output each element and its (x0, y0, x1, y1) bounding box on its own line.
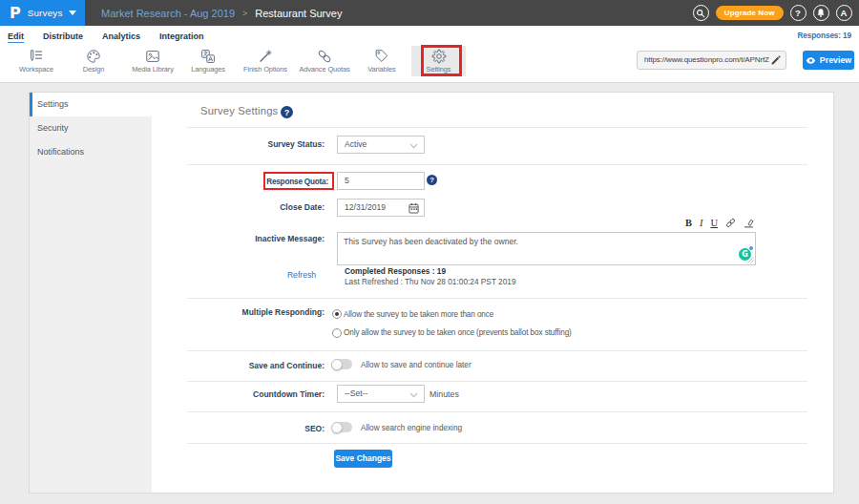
search-icon (696, 9, 705, 18)
toolbar-item-languages[interactable]: Languages (180, 46, 236, 74)
translate-icon (200, 49, 216, 64)
toolbar-label: Finish Options (238, 65, 293, 74)
logo-area[interactable]: P Surveys (0, 0, 85, 26)
countdown-timer-select[interactable]: --Set-- (337, 385, 425, 403)
separator (187, 127, 807, 128)
topbar-actions: Upgrade Now ? A (693, 0, 852, 26)
response-quota-value: 5 (338, 173, 424, 189)
toolbar-label: Languages (180, 65, 236, 74)
tab-integration[interactable]: Integration (159, 32, 204, 41)
account-button[interactable]: A (836, 5, 852, 21)
remove-format-icon[interactable] (744, 218, 754, 228)
seo-toggle[interactable] (332, 422, 352, 432)
toolbar-label: Workspace (9, 65, 64, 74)
bold-button[interactable]: B (685, 217, 692, 229)
inactive-message-text: This Survey has been deactivated by the … (338, 233, 755, 250)
quota-help-icon[interactable]: ? (427, 175, 437, 185)
separator (187, 381, 807, 382)
survey-url-box[interactable]: https://www.questionpro.com/t/APNrfZ (637, 51, 786, 70)
separator (187, 350, 807, 351)
radio-multiple-no-label[interactable]: Only allow the survey to be taken once (… (344, 328, 572, 338)
save-changes-button[interactable]: Save Changes (334, 450, 392, 468)
bell-icon (816, 8, 826, 18)
eye-icon (806, 56, 816, 65)
sidebar-item-settings[interactable]: Settings (30, 93, 152, 116)
inactive-message-textarea[interactable]: This Survey has been deactivated by the … (337, 232, 756, 265)
preview-button[interactable]: Preview (803, 51, 854, 70)
toolbar-item-finish-options[interactable]: Finish Options (238, 46, 293, 74)
toolbar-item-settings[interactable]: Settings (411, 46, 466, 76)
separator (187, 411, 807, 412)
toolbar-item-workspace[interactable]: Workspace (9, 46, 64, 74)
toolbar-item-design[interactable]: Design (66, 46, 121, 74)
multiple-responding-label: Multiple Responding: (242, 307, 325, 317)
page-background: Settings Security Notifications Survey S… (0, 83, 859, 504)
product-name: Surveys (28, 8, 63, 18)
chevron-down-icon (409, 143, 418, 149)
save-continue-toggle[interactable] (332, 359, 352, 369)
survey-url: https://www.questionpro.com/t/APNrfZ (638, 52, 769, 69)
radio-multiple-no[interactable] (332, 328, 342, 338)
toolbar-label: Variables (354, 65, 409, 74)
toolbar-label: Settings (411, 65, 466, 74)
caret-down-icon (69, 10, 76, 15)
save-continue-label: Save and Continue: (249, 361, 325, 370)
menu-items: Edit Distribute Analytics Integration (0, 26, 859, 46)
tab-edit[interactable]: Edit (8, 32, 24, 41)
upgrade-now-button[interactable]: Upgrade Now (716, 6, 784, 20)
italic-button[interactable]: I (700, 217, 703, 229)
toolbar-item-media-library[interactable]: Media Library (125, 46, 180, 74)
last-refreshed: Last Refreshed : Thu Nov 28 01:00:24 PST… (345, 277, 516, 286)
underline-button[interactable]: U (710, 217, 718, 229)
link-icon[interactable] (725, 218, 736, 228)
menu-bar: Edit Distribute Analytics Integration Re… (0, 26, 859, 46)
image-icon (145, 49, 160, 64)
completed-responses: Completed Responses : 19 (345, 266, 446, 276)
breadcrumb-separator: > (242, 9, 247, 18)
gear-icon (431, 49, 447, 64)
save-continue-text: Allow to save and continue later (361, 361, 471, 370)
breadcrumb-survey[interactable]: Restaurant Survey (255, 8, 342, 19)
toolbar-item-variables[interactable]: Variables (354, 46, 409, 74)
breadcrumb-folder[interactable]: Market Research - Aug 2019 (101, 8, 235, 19)
resize-handle[interactable] (747, 257, 754, 263)
toolbar-item-advance-quotas[interactable]: Advance Quotas (297, 46, 352, 74)
response-quota-input[interactable]: 5 (337, 172, 425, 190)
radio-multiple-yes-label[interactable]: Allow the survey to be taken more than o… (344, 310, 493, 320)
close-date-input[interactable]: 12/31/2019 (337, 199, 425, 217)
search-button[interactable] (693, 5, 709, 21)
title-help-icon[interactable]: ? (281, 106, 293, 118)
countdown-minutes-text: Minutes (430, 389, 459, 399)
question-mark-icon: ? (795, 8, 801, 18)
settings-card: Settings Security Notifications Survey S… (29, 92, 834, 494)
tab-analytics[interactable]: Analytics (102, 32, 140, 41)
page-title: Survey Settings (200, 105, 278, 116)
top-bar: P Surveys Market Research - Aug 2019 > R… (0, 0, 859, 26)
toolbar-label: Media Library (125, 65, 180, 74)
tab-distribute[interactable]: Distribute (43, 32, 83, 41)
refresh-link[interactable]: Refresh (287, 270, 316, 280)
workspace-icon (29, 49, 44, 64)
responses-count[interactable]: Responses: 19 (798, 26, 852, 46)
editor-toolbar: B I U (685, 217, 754, 229)
edit-pencil-icon[interactable] (770, 55, 781, 66)
calendar-icon[interactable] (409, 202, 419, 214)
toggle-knob (331, 422, 343, 433)
breadcrumb: Market Research - Aug 2019 > Restaurant … (101, 0, 342, 26)
sidebar-item-notifications[interactable]: Notifications (30, 140, 152, 164)
help-button[interactable]: ? (790, 5, 807, 21)
toolbar-label: Design (66, 65, 121, 74)
palette-icon (86, 49, 101, 64)
notifications-button[interactable] (813, 5, 829, 21)
survey-status-label: Survey Status: (267, 139, 325, 149)
inactive-message-label: Inactive Message: (255, 234, 325, 243)
wand-icon (258, 49, 273, 64)
settings-sidebar: Settings Security Notifications (30, 93, 152, 493)
seo-text: Allow search engine indexing (361, 424, 462, 433)
edit-toolbar: Workspace Design Media Library Languages (0, 46, 859, 83)
avatar: A (841, 8, 848, 18)
sidebar-item-security[interactable]: Security (30, 116, 152, 140)
separator (187, 298, 807, 299)
survey-status-select[interactable]: Active (337, 136, 425, 154)
radio-multiple-yes[interactable] (332, 309, 342, 319)
